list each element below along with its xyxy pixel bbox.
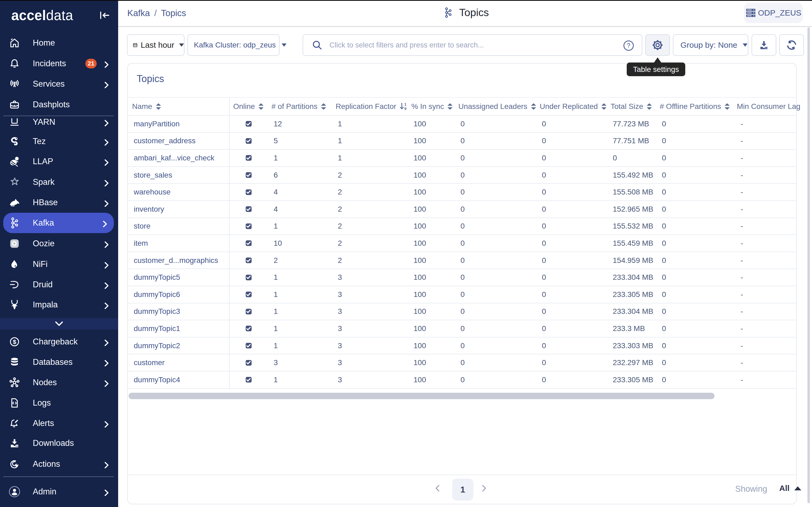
svg-text:1: 1 — [404, 103, 406, 107]
svg-text:?: ? — [627, 42, 630, 49]
svg-text:9: 9 — [404, 107, 406, 111]
svg-text:$: $ — [13, 338, 16, 345]
